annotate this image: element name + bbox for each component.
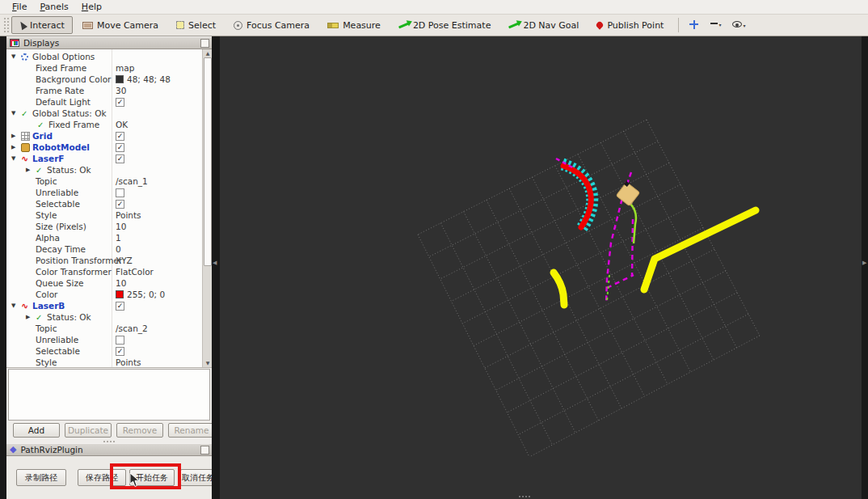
- expander-arrow-icon[interactable]: [11, 155, 21, 162]
- tool-button[interactable]: Measure: [319, 16, 389, 34]
- tool-button[interactable]: 2D Nav Goal: [500, 16, 587, 34]
- tree-row[interactable]: LaserF: [6, 153, 202, 164]
- tree-row[interactable]: Style Points: [6, 209, 202, 221]
- menu-item[interactable]: Panels: [34, 1, 74, 13]
- property-value[interactable]: 1: [116, 233, 121, 243]
- toolbar-grip[interactable]: [4, 18, 9, 32]
- expander-arrow-icon[interactable]: [26, 167, 36, 173]
- menu-item[interactable]: Help: [76, 1, 107, 13]
- property-value[interactable]: 10: [116, 278, 126, 288]
- checkbox[interactable]: [116, 188, 124, 197]
- property-value[interactable]: [116, 143, 128, 152]
- menu-item[interactable]: File: [6, 1, 32, 13]
- tree-row[interactable]: Alpha 1: [6, 232, 202, 243]
- tree-row[interactable]: Default Light: [6, 96, 202, 108]
- tree-row[interactable]: Frame Rate 30: [6, 85, 202, 96]
- checkbox[interactable]: [116, 347, 124, 356]
- panel-float-button[interactable]: [200, 446, 209, 455]
- property-value[interactable]: OK: [116, 120, 128, 129]
- property-value[interactable]: /scan_1: [116, 176, 148, 186]
- tree-row[interactable]: Global Status: Ok: [6, 108, 202, 119]
- plugin-task-button[interactable]: 录制路径: [16, 469, 66, 486]
- property-value[interactable]: 10: [116, 222, 126, 231]
- tool-button[interactable]: Select: [168, 16, 224, 34]
- checkbox[interactable]: [116, 302, 124, 311]
- tree-row[interactable]: LaserB: [6, 300, 202, 311]
- tool-button[interactable]: 2D Pose Estimate: [390, 16, 499, 34]
- tree-row[interactable]: Style Points: [6, 357, 202, 368]
- expander-arrow-icon[interactable]: [26, 314, 36, 320]
- tree-row[interactable]: Status: Ok: [6, 164, 202, 175]
- expander-arrow-icon[interactable]: [11, 302, 21, 309]
- property-value[interactable]: 30: [116, 86, 126, 95]
- checkbox[interactable]: [116, 154, 124, 163]
- tool-button[interactable]: Publish Point: [588, 16, 672, 34]
- property-value[interactable]: XYZ: [116, 256, 133, 265]
- color-swatch[interactable]: [116, 290, 124, 298]
- dock-splitter[interactable]: ◀: [212, 36, 220, 499]
- scroll-up-icon[interactable]: ▲: [203, 49, 212, 57]
- property-value[interactable]: 48; 48; 48: [116, 74, 171, 84]
- property-value[interactable]: [116, 347, 128, 356]
- plugin-task-button[interactable]: 取消任务: [180, 469, 216, 486]
- view-tool-button[interactable]: ▾: [705, 20, 727, 31]
- tree-row[interactable]: Background Color 48; 48; 48: [6, 74, 202, 85]
- tree-row[interactable]: Selectable: [6, 345, 202, 357]
- property-value[interactable]: [116, 302, 128, 311]
- expander-arrow-icon[interactable]: [11, 133, 21, 139]
- tree-row[interactable]: RobotModel: [6, 142, 202, 153]
- tool-button[interactable]: Interact: [11, 16, 73, 34]
- 3d-viewport[interactable]: [220, 36, 862, 499]
- tree-row[interactable]: Fixed Frame OK: [6, 119, 202, 130]
- plugin-panel-header[interactable]: ◆ PathRvizPlugin: [6, 443, 212, 456]
- displays-panel-header[interactable]: Displays: [6, 36, 212, 49]
- tree-row[interactable]: Decay Time 0: [6, 243, 202, 255]
- property-value[interactable]: 255; 0; 0: [116, 290, 165, 299]
- checkbox[interactable]: [116, 200, 124, 209]
- property-value[interactable]: map: [116, 63, 134, 73]
- property-value[interactable]: Points: [116, 357, 141, 367]
- property-value[interactable]: FlatColor: [116, 267, 154, 277]
- viewport-bottom-grip[interactable]: [519, 496, 530, 497]
- tree-row[interactable]: Color 255; 0; 0: [6, 289, 202, 300]
- displays-tree[interactable]: Global Options Fixed Frame: [6, 49, 212, 368]
- tree-scrollbar[interactable]: ▲ ▼: [202, 49, 212, 367]
- tree-row[interactable]: Topic /scan_1: [6, 175, 202, 187]
- property-value[interactable]: [116, 132, 128, 141]
- tree-row[interactable]: Color Transformer FlatColor: [6, 266, 202, 277]
- tree-row[interactable]: Unreliable: [6, 334, 202, 345]
- expander-arrow-icon[interactable]: [11, 53, 21, 60]
- viewport-canvas[interactable]: [220, 36, 862, 499]
- view-tool-button[interactable]: ▾: [727, 19, 751, 32]
- tree-row[interactable]: Queue Size 10: [6, 277, 202, 289]
- property-value[interactable]: [116, 188, 128, 197]
- tree-row[interactable]: Unreliable: [6, 187, 202, 198]
- view-tool-button[interactable]: [684, 18, 705, 33]
- expander-arrow-icon[interactable]: [11, 144, 21, 150]
- property-value[interactable]: [116, 336, 128, 345]
- scrollbar-thumb[interactable]: [204, 57, 212, 266]
- display-action-button[interactable]: Rename: [168, 423, 215, 438]
- property-value[interactable]: [116, 98, 128, 107]
- checkbox[interactable]: [116, 143, 124, 152]
- property-value[interactable]: /scan_2: [116, 324, 148, 333]
- tree-row[interactable]: Topic /scan_2: [6, 323, 202, 334]
- property-value[interactable]: [116, 200, 128, 209]
- tool-button[interactable]: Focus Camera: [225, 16, 318, 34]
- display-action-button[interactable]: Duplicate: [65, 423, 112, 438]
- collapse-left-icon[interactable]: ◀: [213, 260, 217, 266]
- tree-row[interactable]: Selectable: [6, 198, 202, 209]
- tree-row[interactable]: Size (Pixels) 10: [6, 221, 202, 232]
- tree-row[interactable]: Status: Ok: [6, 311, 202, 323]
- tree-row[interactable]: Global Options: [6, 51, 202, 62]
- color-swatch[interactable]: [116, 75, 124, 83]
- display-action-button[interactable]: Add: [13, 423, 60, 438]
- scroll-down-icon[interactable]: ▼: [203, 359, 212, 367]
- display-action-button[interactable]: Remove: [116, 423, 163, 438]
- property-value[interactable]: [116, 154, 128, 163]
- checkbox[interactable]: [116, 132, 124, 141]
- tool-button[interactable]: Move Camera: [74, 16, 166, 34]
- checkbox[interactable]: [116, 98, 124, 107]
- checkbox[interactable]: [116, 336, 124, 345]
- tree-row[interactable]: Position Transformer XYZ: [6, 255, 202, 266]
